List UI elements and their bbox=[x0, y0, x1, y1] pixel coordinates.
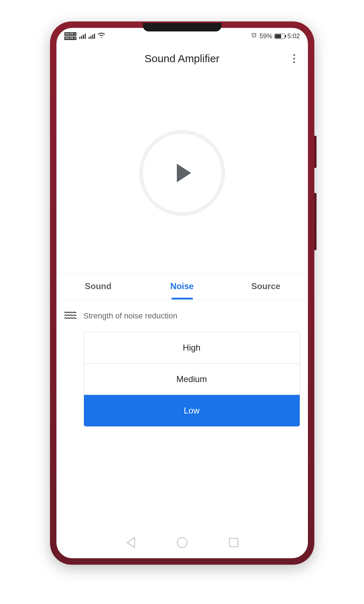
tab-sound[interactable]: Sound bbox=[56, 273, 140, 299]
app-bar: Sound Amplifier bbox=[56, 44, 308, 73]
signal-bars-2-icon bbox=[89, 34, 95, 39]
status-left: VoLTE 1 VoLTE 2 bbox=[64, 32, 105, 40]
tabs: Sound Noise Source bbox=[56, 273, 308, 299]
option-label: Low bbox=[184, 406, 199, 416]
option-high[interactable]: High bbox=[84, 332, 300, 363]
play-area bbox=[56, 73, 308, 273]
wifi-icon bbox=[98, 33, 105, 40]
tab-label: Source bbox=[251, 281, 280, 291]
screen-bezel: VoLTE 1 VoLTE 2 59% 5:02 bbox=[56, 28, 308, 558]
overflow-menu-button[interactable] bbox=[290, 51, 299, 67]
noise-strength-options: High Medium Low bbox=[84, 332, 300, 427]
battery-percent: 59% bbox=[259, 33, 272, 40]
section-title: Strength of noise reduction bbox=[84, 311, 178, 321]
clock-time: 5:02 bbox=[287, 33, 300, 40]
nav-back-button[interactable] bbox=[125, 536, 137, 549]
volte-2-badge: VoLTE 2 bbox=[64, 36, 77, 40]
option-low[interactable]: Low bbox=[84, 395, 300, 426]
option-label: High bbox=[183, 343, 200, 353]
option-label: Medium bbox=[176, 374, 207, 384]
page-title: Sound Amplifier bbox=[144, 53, 219, 65]
noise-section: Strength of noise reduction High Medium … bbox=[56, 299, 308, 530]
tab-label: Noise bbox=[170, 281, 194, 291]
waves-icon bbox=[64, 310, 76, 322]
signal-bars-1-icon bbox=[79, 34, 86, 39]
alarm-icon bbox=[251, 32, 257, 40]
system-nav-bar bbox=[56, 530, 308, 558]
volte-indicators: VoLTE 1 VoLTE 2 bbox=[64, 32, 77, 40]
phone-frame: VoLTE 1 VoLTE 2 59% 5:02 bbox=[50, 21, 314, 565]
tab-label: Sound bbox=[85, 281, 112, 291]
home-icon bbox=[177, 537, 188, 548]
battery-icon bbox=[274, 34, 285, 39]
section-header: Strength of noise reduction bbox=[64, 310, 300, 322]
volte-1-badge: VoLTE 1 bbox=[64, 32, 77, 36]
play-icon bbox=[177, 164, 191, 182]
tab-source[interactable]: Source bbox=[224, 273, 308, 299]
viewport: VoLTE 1 VoLTE 2 59% 5:02 bbox=[56, 28, 308, 558]
option-medium[interactable]: Medium bbox=[84, 363, 300, 395]
nav-recents-button[interactable] bbox=[228, 536, 240, 549]
status-right: 59% 5:02 bbox=[251, 32, 300, 40]
tab-noise[interactable]: Noise bbox=[140, 273, 224, 299]
recents-icon bbox=[229, 538, 238, 547]
back-icon bbox=[126, 537, 135, 548]
camera-cutout bbox=[143, 23, 221, 31]
play-button[interactable] bbox=[143, 134, 221, 212]
nav-home-button[interactable] bbox=[176, 536, 188, 549]
